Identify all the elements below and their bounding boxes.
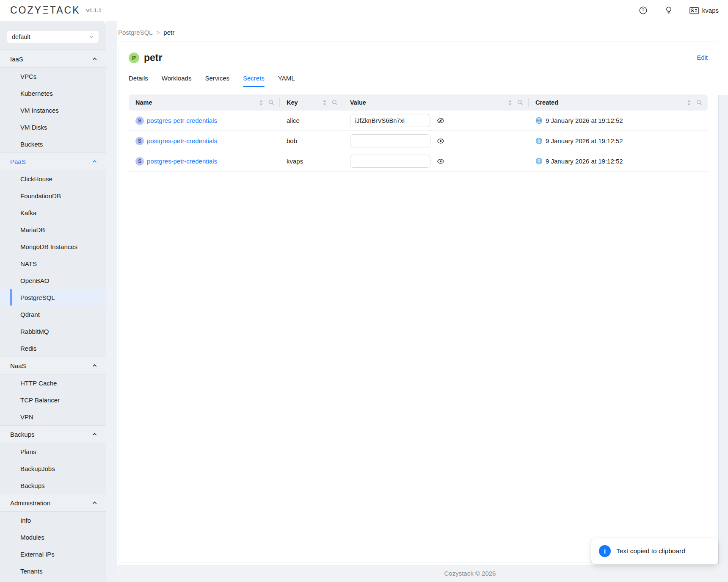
show-value-button[interactable] — [437, 158, 444, 165]
chevron-up-icon — [92, 500, 97, 506]
resource-avatar: P — [129, 53, 139, 63]
breadcrumb-parent-link[interactable]: PostgreSQL — [118, 29, 153, 36]
sidebar-item[interactable]: Modules — [0, 529, 106, 546]
sort-icon[interactable] — [687, 100, 691, 106]
sidebar-item[interactable]: VM Disks — [0, 119, 106, 136]
help-icon[interactable]: ? — [639, 6, 648, 15]
sidebar-section-header[interactable]: Administration — [0, 494, 106, 512]
sidebar-item-label: Plans — [20, 448, 36, 455]
table-header: Name Key — [129, 94, 708, 111]
column-tools — [259, 100, 274, 106]
secret-name-link[interactable]: postgres-petr-credentials — [147, 117, 217, 124]
sidebar-item[interactable]: External IPs — [0, 546, 106, 563]
sidebar-item[interactable]: PostgreSQL — [0, 289, 106, 306]
sidebar-item[interactable]: Redis — [0, 340, 106, 357]
search-icon[interactable] — [332, 100, 338, 105]
tab[interactable]: Services — [205, 75, 229, 87]
sidebar-item[interactable]: VM Instances — [0, 102, 106, 119]
sidebar-item[interactable]: FoundationDB — [0, 187, 106, 204]
hide-value-button[interactable] — [437, 117, 444, 124]
sidebar-item[interactable]: Kafka — [0, 204, 106, 221]
tenant-select[interactable]: default — [7, 30, 99, 43]
sort-icon[interactable] — [259, 100, 263, 106]
sort-icon[interactable] — [508, 100, 512, 106]
sidebar-item[interactable]: Backups — [0, 477, 106, 494]
sidebar-item[interactable]: VPCs — [0, 68, 106, 85]
sidebar-item[interactable]: OpenBAO — [0, 272, 106, 289]
sidebar-item-label: VM Instances — [20, 107, 59, 114]
sidebar-item[interactable]: MariaDB — [0, 221, 106, 238]
search-icon[interactable] — [268, 100, 274, 105]
sidebar-item-label: Redis — [20, 345, 36, 352]
sidebar-section-items: HTTP Cache TCP Balancer VPN — [0, 374, 106, 425]
sidebar-item-label: VPN — [20, 413, 33, 421]
sidebar-item[interactable]: NATS — [0, 255, 106, 272]
tabs-bar: Details Workloads Services Secrets YAML — [129, 75, 708, 87]
created-timestamp: 9 January 2026 at 19:12:52 — [546, 117, 623, 124]
sidebar-section-header[interactable]: PaaS — [0, 152, 106, 170]
top-bar: COZYΞTACK v1.1.1 ? kvaps — [0, 0, 728, 21]
sidebar-section-header[interactable]: IaaS — [0, 50, 106, 68]
sidebar-section: NaaS HTTP Cache TCP Balancer VPN — [0, 357, 106, 425]
sidebar-item[interactable]: HTTP Cache — [0, 374, 106, 391]
sidebar-item-label: HTTP Cache — [20, 380, 57, 387]
page-footer: Cozystack © 2026 — [117, 565, 728, 582]
secret-name-link[interactable]: postgres-petr-credentials — [147, 137, 217, 144]
user-menu[interactable]: kvaps — [689, 6, 719, 15]
sidebar-section-header[interactable]: NaaS — [0, 357, 106, 374]
column-label: Name — [135, 99, 152, 106]
secret-value-input[interactable] — [350, 114, 430, 127]
edit-button[interactable]: Edit — [697, 54, 708, 61]
sort-icon[interactable] — [323, 100, 327, 106]
tab[interactable]: Workloads — [162, 75, 192, 87]
sidebar-item[interactable]: MongoDB Instances — [0, 238, 106, 255]
tab[interactable]: Secrets — [243, 75, 265, 87]
sidebar-item[interactable]: Tenants — [0, 563, 106, 579]
tab-label: YAML — [278, 75, 295, 82]
sidebar-scrollbar-track[interactable] — [106, 21, 117, 582]
main-scrollbar-track[interactable] — [718, 95, 728, 582]
sidebar-item[interactable]: VPN — [0, 408, 106, 425]
sidebar-section-header[interactable]: Backups — [0, 425, 106, 443]
search-icon[interactable] — [517, 100, 523, 105]
created-cell: 9 January 2026 at 19:12:52 — [529, 158, 708, 165]
sidebar-item-label: FoundationDB — [20, 192, 61, 200]
lightbulb-icon[interactable] — [664, 6, 673, 15]
sidebar-item-label: Backups — [20, 482, 45, 489]
show-value-button[interactable] — [437, 138, 444, 144]
sidebar-item-label: Info — [20, 517, 31, 524]
tab[interactable]: Details — [129, 75, 148, 87]
table-column-header: Key — [280, 94, 343, 111]
secret-value-input[interactable] — [350, 134, 430, 147]
sidebar-item[interactable]: Info — [0, 512, 106, 529]
sidebar-item-label: PostgreSQL — [20, 294, 55, 301]
sidebar-item[interactable]: Kubernetes — [0, 85, 106, 102]
sidebar-item[interactable]: RabbitMQ — [0, 323, 106, 340]
sidebar-item[interactable]: ClickHouse — [0, 170, 106, 187]
column-label: Value — [350, 99, 366, 106]
sidebar-item-label: Buckets — [20, 141, 43, 148]
name-cell: S postgres-petr-credentials — [129, 116, 280, 125]
eye-icon — [437, 138, 444, 144]
title-row: P petr — [129, 52, 708, 64]
tab-label: Secrets — [243, 75, 265, 82]
created-cell: 9 January 2026 at 19:12:52 — [529, 137, 708, 144]
sidebar-item[interactable]: Plans — [0, 443, 106, 460]
sidebar-item[interactable]: Buckets — [0, 136, 106, 152]
search-icon[interactable] — [696, 100, 702, 105]
resource-card: P petr Edit Details Workloads Services S… — [118, 42, 718, 563]
sidebar-item[interactable]: BackupJobs — [0, 460, 106, 477]
tab[interactable]: YAML — [278, 75, 295, 87]
sidebar-item[interactable]: Qdrant — [0, 306, 106, 323]
breadcrumb: PostgreSQL > petr — [118, 29, 718, 36]
value-cell — [343, 155, 529, 168]
sidebar-item-label: TCP Balancer — [20, 396, 60, 404]
column-label: Created — [535, 99, 558, 106]
secret-name-link[interactable]: postgres-petr-credentials — [147, 158, 217, 165]
info-icon: i — [599, 545, 611, 557]
secret-value-input[interactable] — [350, 155, 430, 168]
chevron-up-icon — [92, 159, 97, 164]
sidebar-item[interactable]: TCP Balancer — [0, 391, 106, 408]
sidebar-item-label: ClickHouse — [20, 175, 52, 183]
sidebar-section-label: NaaS — [10, 362, 26, 369]
